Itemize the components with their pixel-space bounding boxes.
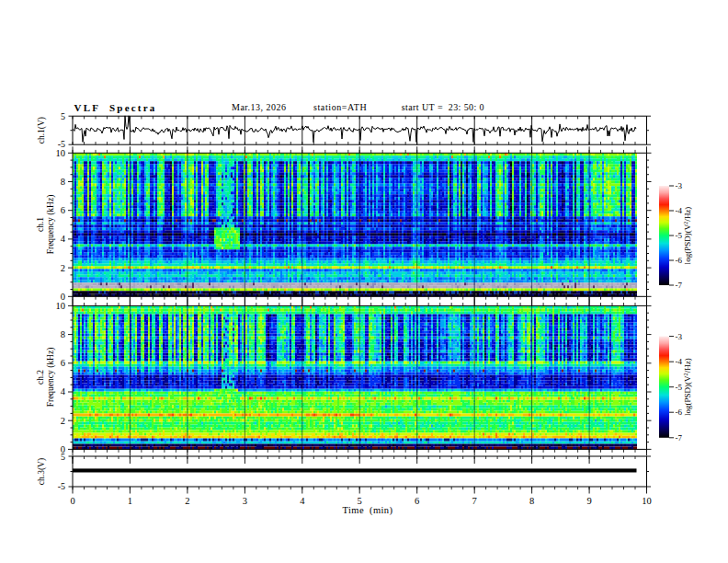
svg-text:-3: -3 [676, 332, 683, 341]
svg-text:10: 10 [56, 301, 66, 311]
svg-text:station=ATH: station=ATH [313, 102, 367, 112]
svg-text:5: 5 [358, 496, 362, 506]
svg-text:2: 2 [61, 416, 65, 426]
svg-text:Frequency (kHz): Frequency (kHz) [46, 348, 56, 408]
svg-text:-6: -6 [676, 256, 683, 265]
svg-text:-7: -7 [676, 281, 683, 290]
svg-text:start UT = 23: 50: 0: start UT = 23: 50: 0 [402, 102, 484, 112]
svg-text:1: 1 [128, 496, 132, 506]
svg-text:log(PSD)(V2/Hz): log(PSD)(V2/Hz) [682, 358, 692, 416]
svg-text:6: 6 [61, 205, 65, 215]
svg-text:Mar.13, 2026: Mar.13, 2026 [232, 102, 287, 112]
svg-text:5: 5 [61, 111, 65, 121]
svg-text:VLF Spectra: VLF Spectra [74, 102, 157, 113]
svg-text:-5: -5 [676, 231, 683, 240]
svg-text:6: 6 [61, 358, 65, 368]
svg-text:log(PSD)(V2/Hz): log(PSD)(V2/Hz) [682, 207, 692, 265]
svg-text:8: 8 [529, 496, 534, 506]
svg-text:10: 10 [642, 496, 652, 506]
svg-text:6: 6 [415, 496, 419, 506]
svg-text:9: 9 [586, 496, 591, 506]
svg-text:4: 4 [61, 386, 66, 396]
svg-text:ch.1: ch.1 [36, 217, 45, 232]
svg-text:-5: -5 [58, 481, 65, 491]
svg-text:-7: -7 [676, 433, 683, 442]
svg-text:-6: -6 [676, 408, 683, 417]
svg-text:Time (min): Time (min) [343, 505, 393, 516]
svg-text:8: 8 [61, 177, 65, 187]
svg-text:-5: -5 [676, 383, 683, 392]
svg-text:10: 10 [56, 148, 66, 158]
svg-text:-4: -4 [676, 357, 683, 366]
svg-text:ch.2: ch.2 [36, 370, 45, 385]
svg-text:2: 2 [61, 263, 65, 273]
svg-text:ch.1(V): ch.1(V) [37, 117, 47, 144]
svg-text:Frequency (kHz): Frequency (kHz) [46, 195, 56, 255]
svg-text:7: 7 [472, 496, 477, 506]
svg-text:0: 0 [61, 444, 65, 454]
svg-text:ch.3(V): ch.3(V) [37, 458, 47, 485]
svg-text:-3: -3 [676, 181, 683, 190]
svg-text:2: 2 [185, 496, 189, 506]
svg-text:8: 8 [61, 329, 65, 339]
svg-text:4: 4 [300, 496, 305, 506]
svg-text:0: 0 [70, 496, 74, 506]
svg-text:-4: -4 [676, 206, 683, 215]
svg-text:4: 4 [61, 234, 66, 244]
svg-text:3: 3 [243, 496, 247, 506]
